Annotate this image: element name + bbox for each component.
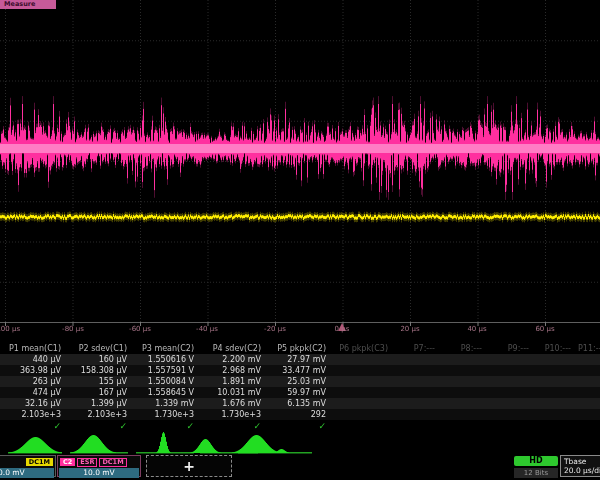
table-cell: 10.031 mV xyxy=(201,387,268,398)
time-axis-label: -60 µs xyxy=(129,325,151,333)
status-check-row: ✓✓✓✓✓ xyxy=(0,420,600,432)
table-header-cell: P2 sdev(C1) xyxy=(68,343,134,354)
table-cell xyxy=(536,409,578,420)
top-left-menu-badge[interactable]: Measure xyxy=(0,0,56,9)
measure-table: P1 mean(C1)P2 sdev(C1)P3 mean(C2)P4 sdev… xyxy=(0,343,600,432)
status-check: ✓ xyxy=(268,420,333,432)
table-cell: 6.135 mV xyxy=(268,398,333,409)
table-cell: 1.676 mV xyxy=(201,398,268,409)
table-row: 474 µV167 µV1.558645 V10.031 mV59.97 mV xyxy=(0,387,600,398)
bottom-descriptor-bar: C1 DC1M 10.0 mV C2 ESR DC1M 10.0 mV + HD… xyxy=(0,454,600,480)
table-cell: 167 µV xyxy=(68,387,134,398)
table-cell xyxy=(395,376,442,387)
table-cell xyxy=(442,365,489,376)
status-check xyxy=(333,420,395,432)
table-cell xyxy=(489,398,536,409)
status-check: ✓ xyxy=(68,420,134,432)
table-cell xyxy=(536,387,578,398)
table-cell xyxy=(395,387,442,398)
table-cell: 155 µV xyxy=(68,376,134,387)
table-cell: 2.103e+3 xyxy=(68,409,134,420)
table-cell: 292 xyxy=(268,409,333,420)
table-cell xyxy=(489,409,536,420)
table-cell: 1.730e+3 xyxy=(134,409,201,420)
table-cell xyxy=(442,398,489,409)
oscilloscope-screen: Measure -100 µs-80 µs-60 µs-40 µs-20 µs0… xyxy=(0,0,600,480)
table-header-cell: P5 pkpk(C2) xyxy=(268,343,333,354)
table-cell: 1.339 mV xyxy=(134,398,201,409)
table-cell: 1.550084 V xyxy=(134,376,201,387)
table-cell: 32.16 µV xyxy=(0,398,68,409)
time-axis-label: 20 µs xyxy=(400,325,419,333)
table-row: 440 µV160 µV1.550616 V2.200 mV27.97 mV xyxy=(0,354,600,365)
time-axis-label: 40 µs xyxy=(467,325,486,333)
hd-mode-badge[interactable]: HD xyxy=(514,456,558,466)
channel2-descriptor[interactable]: C2 ESR DC1M 10.0 mV xyxy=(57,455,141,477)
table-cell xyxy=(536,398,578,409)
table-cell xyxy=(442,387,489,398)
table-cell: 1.891 mV xyxy=(201,376,268,387)
status-check: ✓ xyxy=(201,420,268,432)
table-cell xyxy=(442,376,489,387)
status-check: ✓ xyxy=(134,420,201,432)
table-cell xyxy=(333,354,395,365)
table-cell: 59.97 mV xyxy=(268,387,333,398)
c2-vertical-scale: 10.0 mV xyxy=(59,468,139,478)
timebase-label: Tbase xyxy=(561,456,600,466)
status-check xyxy=(578,420,600,432)
table-cell xyxy=(578,376,600,387)
channel1-descriptor[interactable]: C1 DC1M 10.0 mV xyxy=(0,455,56,477)
status-check xyxy=(536,420,578,432)
table-cell xyxy=(536,376,578,387)
time-axis-label: 0 µs xyxy=(335,325,350,333)
table-row: 32.16 µV1.399 µV1.339 mV1.676 mV6.135 mV xyxy=(0,398,600,409)
table-header-row: P1 mean(C1)P2 sdev(C1)P3 mean(C2)P4 sdev… xyxy=(0,343,600,354)
table-header-cell: P1 mean(C1) xyxy=(0,343,68,354)
hd-bits-label: 12 Bits xyxy=(514,468,558,478)
table-cell: 27.97 mV xyxy=(268,354,333,365)
table-cell xyxy=(395,354,442,365)
table-cell: 158.308 µV xyxy=(68,365,134,376)
table-cell xyxy=(333,409,395,420)
table-cell: 1.557591 V xyxy=(134,365,201,376)
time-axis: -100 µs-80 µs-60 µs-40 µs-20 µs0 µs20 µs… xyxy=(0,323,600,337)
table-row: 363.98 µV158.308 µV1.557591 V2.968 mV33.… xyxy=(0,365,600,376)
table-cell xyxy=(333,376,395,387)
time-axis-label: -40 µs xyxy=(196,325,218,333)
time-axis-label: -20 µs xyxy=(264,325,286,333)
c1-coupling-badge: DC1M xyxy=(26,458,53,466)
table-cell: 474 µV xyxy=(0,387,68,398)
table-cell xyxy=(489,354,536,365)
table-cell xyxy=(395,398,442,409)
table-cell xyxy=(489,387,536,398)
table-cell: 2.200 mV xyxy=(201,354,268,365)
c2-esr-badge: ESR xyxy=(77,458,97,467)
table-cell xyxy=(442,409,489,420)
table-cell: 2.103e+3 xyxy=(0,409,68,420)
time-axis-label: -100 µs xyxy=(0,325,20,333)
table-row: 2.103e+32.103e+31.730e+31.730e+3292 xyxy=(0,409,600,420)
c2-coupling-badge: DC1M xyxy=(99,458,126,467)
table-cell xyxy=(395,365,442,376)
table-header-cell: P7:--- xyxy=(395,343,442,354)
table-cell xyxy=(333,365,395,376)
table-cell: 363.98 µV xyxy=(0,365,68,376)
status-check xyxy=(489,420,536,432)
table-cell: 1.550616 V xyxy=(134,354,201,365)
table-cell: 440 µV xyxy=(0,354,68,365)
table-cell xyxy=(333,387,395,398)
table-cell xyxy=(578,387,600,398)
timebase-descriptor[interactable]: Tbase 20.0 µs/div xyxy=(560,455,600,477)
add-trace-button[interactable]: + xyxy=(146,455,232,477)
table-cell xyxy=(333,398,395,409)
c1-vertical-scale: 10.0 mV xyxy=(0,468,54,478)
table-cell: 33.477 mV xyxy=(268,365,333,376)
table-cell xyxy=(489,365,536,376)
table-cell xyxy=(395,409,442,420)
table-header-cell: P4 sdev(C2) xyxy=(201,343,268,354)
timebase-scale: 20.0 µs/div xyxy=(561,466,600,476)
table-cell xyxy=(442,354,489,365)
table-cell xyxy=(578,365,600,376)
table-cell xyxy=(536,354,578,365)
plus-icon: + xyxy=(183,458,195,474)
